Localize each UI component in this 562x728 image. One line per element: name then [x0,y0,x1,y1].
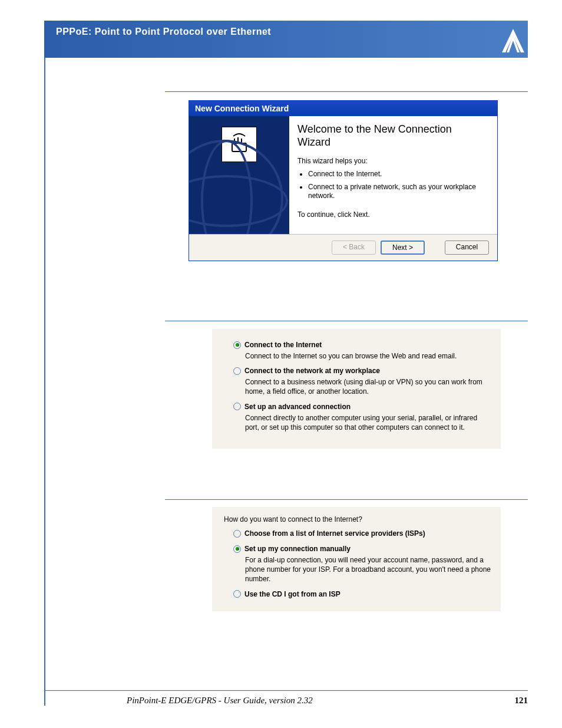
page-header: PPPoE: Point to Point Protocol over Ethe… [44,21,528,58]
next-button[interactable]: Next > [381,241,425,255]
section-divider [165,91,528,92]
radio-label: Set up my connection manually [244,545,351,553]
radio-icon [233,530,241,538]
radio-icon [233,367,241,375]
footer-page-number: 121 [515,696,528,706]
radio-description: Connect directly to another computer usi… [245,413,491,432]
new-connection-wizard-dialog: New Connection Wizard Welcome to the New… [189,100,498,261]
radio-label: Choose from a list of Internet service p… [244,529,425,538]
radio-icon [233,590,241,598]
radio-option-isp-cd[interactable]: Use the CD I got from an ISP [233,590,491,598]
connection-method-panel: How do you want to connect to the Intern… [212,507,501,611]
brand-logo [498,27,528,55]
wizard-bullet-list: Connect to the Internet. Connect to a pr… [308,170,487,201]
wizard-bullet-item: Connect to a private network, such as yo… [308,183,487,201]
wizard-intro-text: This wizard helps you: [297,157,487,165]
radio-option-manual-setup[interactable]: Set up my connection manually [233,545,491,553]
wizard-continue-text: To continue, click Next. [297,210,487,219]
wizard-body: Welcome to the New Connection Wizard Thi… [189,116,497,234]
wizard-globe-graphic [189,140,283,234]
panel-prompt: How do you want to connect to the Intern… [222,515,491,523]
wizard-button-row: < Back Next > Cancel [189,234,497,261]
radio-label: Set up an advanced connection [244,403,351,411]
radio-option-advanced-connection[interactable]: Set up an advanced connection [233,403,491,411]
left-vertical-rule [44,21,45,706]
radio-option-workplace-network[interactable]: Connect to the network at my workplace [233,367,491,375]
back-button[interactable]: < Back [332,241,376,255]
connection-type-panel: Connect to the Internet Connect to the I… [212,329,501,449]
radio-icon [233,341,241,349]
radio-label: Connect to the Internet [244,341,322,349]
radio-icon [233,403,241,410]
page-header-title: PPPoE: Point to Point Protocol over Ethe… [56,27,271,37]
wizard-content: Welcome to the New Connection Wizard Thi… [289,116,497,234]
wizard-heading: Welcome to the New Connection Wizard [297,123,487,149]
section-divider [165,499,528,500]
cancel-button[interactable]: Cancel [445,241,489,255]
page-footer: PinPoint-E EDGE/GPRS - User Guide, versi… [44,690,528,706]
wizard-titlebar: New Connection Wizard [189,101,497,116]
radio-option-connect-internet[interactable]: Connect to the Internet [233,341,491,349]
radio-description: Connect to a business network (using dia… [245,377,491,396]
wizard-sidebar [189,116,289,234]
section-divider [165,321,528,321]
radio-icon [233,545,241,553]
radio-description: For a dial-up connection, you will need … [245,555,491,584]
radio-description: Connect to the Internet so you can brows… [245,351,491,361]
radio-label: Connect to the network at my workplace [244,367,380,375]
footer-doc-title: PinPoint-E EDGE/GPRS - User Guide, versi… [44,696,313,706]
radio-option-isp-list[interactable]: Choose from a list of Internet service p… [233,529,491,538]
wizard-bullet-item: Connect to the Internet. [308,170,487,179]
radio-label: Use the CD I got from an ISP [244,590,340,598]
